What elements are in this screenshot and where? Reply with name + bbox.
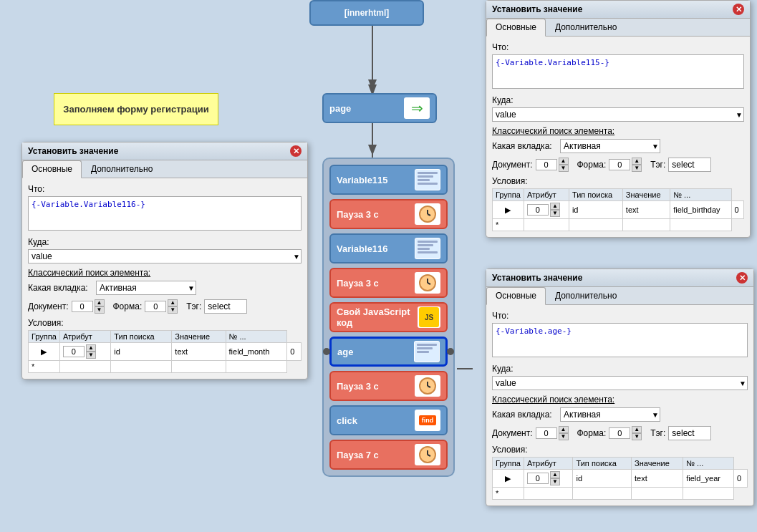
dialog2-form-spin[interactable]: ▲ ▼	[632, 158, 642, 172]
dialog3-where-select[interactable]: value	[492, 376, 748, 390]
dialog1-form-input[interactable]	[145, 301, 166, 312]
dialog1-tag-input[interactable]	[204, 299, 247, 314]
dialog2-tab-label: Какая вкладка:	[492, 141, 552, 151]
dialog3-group-spin[interactable]: ▲ ▼	[550, 471, 560, 485]
dialog3-doc-down[interactable]: ▼	[559, 433, 569, 440]
dialog3-tab-advanced[interactable]: Дополнительно	[546, 287, 626, 304]
dialog3-search-link[interactable]: Классический поиск элемента:	[492, 395, 748, 405]
dialog3-title: Установить значение	[492, 273, 582, 283]
note-text: Заполняем форму регистрации	[63, 104, 208, 115]
dialog3-tab-basic[interactable]: Основные	[486, 287, 546, 305]
dialog2-close-button[interactable]: ✕	[733, 4, 744, 15]
dialog3-doc-spin[interactable]: ▲ ▼	[559, 426, 569, 440]
dialog2-search-link[interactable]: Классический поиск элемента:	[492, 126, 744, 136]
variable116-node[interactable]: Variable116	[329, 233, 448, 263]
dialog3-close-button[interactable]: ✕	[736, 272, 748, 284]
dialog3-add-row[interactable]: *	[493, 488, 524, 500]
dialog2-group-up[interactable]: ▲	[550, 203, 560, 210]
dialog1-group-up[interactable]: ▲	[86, 344, 96, 352]
group-container: Variable115 Пауза 3 с	[322, 158, 455, 477]
dialog1-where-select[interactable]: value	[28, 249, 302, 263]
dialog2-group-spin[interactable]: ▲ ▼	[550, 203, 560, 217]
dialog2-form-down[interactable]: ▼	[632, 165, 642, 172]
variable116-thumb	[415, 238, 440, 259]
dialog3-col-num: № ...	[683, 458, 734, 470]
dialog1-doc-up[interactable]: ▲	[95, 299, 105, 306]
dialog3-form-up[interactable]: ▲	[632, 426, 642, 433]
dialog3-tag-input[interactable]	[668, 426, 711, 440]
dialog1-doc-down[interactable]: ▼	[95, 306, 105, 314]
dialog1-doc-spin[interactable]: ▲ ▼	[95, 299, 105, 314]
dialog3-tab-select[interactable]: Активная	[560, 407, 660, 422]
dialog3-group-up[interactable]: ▲	[550, 471, 560, 478]
dialog1-doc-input[interactable]	[72, 301, 93, 312]
dialog2-tab-basic[interactable]: Основные	[486, 19, 546, 37]
innerhtml-node[interactable]: [innerhtml]	[309, 0, 424, 26]
dialog2-tab-row: Какая вкладка: Активная ▼	[492, 139, 744, 153]
dialog1-form-down[interactable]: ▼	[168, 306, 178, 314]
dialog3-group-input[interactable]	[527, 473, 549, 484]
pause1-node[interactable]: Пауза 3 с	[329, 199, 448, 229]
dialog2-titlebar: Установить значение ✕	[486, 1, 750, 19]
dialog2-doc-down[interactable]: ▼	[559, 165, 569, 172]
dialog3-what-input[interactable]: {-Variable.age-}	[492, 323, 748, 357]
table-row: ▶ ▲ ▼ id text field_birthday 0	[493, 201, 744, 219]
dialog1-group-spin[interactable]: ▲ ▼	[86, 344, 96, 359]
dialog2-doc-row: Документ: ▲ ▼ Форма: ▲ ▼ Тэг:	[492, 158, 744, 172]
dialog1-add-row[interactable]: *	[29, 361, 60, 373]
dialog3-doc-input[interactable]	[536, 427, 557, 439]
dialog3-row-expand[interactable]: ▶	[493, 470, 524, 488]
dialog2-where-select[interactable]: value	[492, 107, 744, 122]
dialog1-row-expand[interactable]: ▶	[29, 343, 60, 361]
dialog1-search-link[interactable]: Классический поиск элемента:	[28, 268, 302, 278]
pause2-label: Пауза 3 с	[337, 278, 379, 289]
pause3-node[interactable]: Пауза 3 с	[329, 371, 448, 401]
dialog1-group-input[interactable]	[63, 346, 85, 357]
dialog2-tab-select[interactable]: Активная	[560, 139, 660, 153]
age-node[interactable]: age	[329, 337, 448, 367]
dialog1-what-input[interactable]: {-Variable.Variable116-}	[28, 196, 302, 231]
dialog3-row-attr: id	[573, 470, 632, 488]
dialog3-group-down[interactable]: ▼	[550, 478, 560, 485]
pause2-node[interactable]: Пауза 3 с	[329, 268, 448, 298]
dialog1-form-label: Форма:	[113, 301, 143, 311]
dialog2-doc-input[interactable]	[536, 159, 557, 170]
dialog2-group-input[interactable]	[527, 204, 549, 216]
jscode-node[interactable]: Свой JavaScript код JS	[329, 302, 448, 332]
dialog2-tag-input[interactable]	[668, 158, 711, 172]
dialog2-doc-spin[interactable]: ▲ ▼	[559, 158, 569, 172]
dialog3-doc-up[interactable]: ▲	[559, 426, 569, 433]
dialog3-form-down[interactable]: ▼	[632, 433, 642, 440]
click-node[interactable]: click find	[329, 405, 448, 435]
dialog1-tab-advanced[interactable]: Дополнительно	[82, 160, 162, 178]
dialog1-row-attr: id	[111, 343, 172, 361]
dialog1-group-down[interactable]: ▼	[86, 352, 96, 359]
pause4-icon	[415, 444, 440, 465]
dialog1-form-up[interactable]: ▲	[168, 299, 178, 306]
dialog2-form-input[interactable]	[609, 159, 630, 170]
dialog1-form-spin[interactable]: ▲ ▼	[168, 299, 178, 314]
dialog2-row-num: 0	[731, 201, 743, 219]
page-node[interactable]: page ⇒	[322, 93, 437, 123]
dialog2-tab-advanced[interactable]: Дополнительно	[546, 19, 626, 36]
dialog3-form-input[interactable]	[609, 427, 630, 439]
dialog2-conditions-label: Условия:	[492, 176, 744, 186]
dialog1-close-button[interactable]: ✕	[290, 145, 302, 157]
dialog1-tab-select[interactable]: Активная	[96, 281, 196, 295]
dialog1-tab-basic[interactable]: Основные	[22, 160, 82, 178]
dialog2-row-expand[interactable]: ▶	[493, 201, 524, 219]
pause4-node[interactable]: Пауза 7 с	[329, 440, 448, 470]
variable115-node[interactable]: Variable115	[329, 165, 448, 195]
dialog2-group-down[interactable]: ▼	[550, 210, 560, 217]
dialog3-form-spin[interactable]: ▲ ▼	[632, 426, 642, 440]
dialog1: Установить значение ✕ Основные Дополните…	[21, 142, 308, 379]
dialog2-doc-up[interactable]: ▲	[559, 158, 569, 165]
dialog1-row-group: ▲ ▼	[59, 343, 110, 361]
dialog3-row-value: field_year	[683, 470, 734, 488]
dialog2-add-row[interactable]: *	[493, 219, 524, 231]
dialog2-row-group: ▲ ▼	[524, 201, 569, 219]
dialog1-col-type: Тип поиска	[111, 331, 172, 343]
dialog2-form-up[interactable]: ▲	[632, 158, 642, 165]
dialog2-what-input[interactable]: {-Variable.Variable115-}	[492, 54, 744, 89]
dialog1-body: Что: {-Variable.Variable116-} Куда: valu…	[22, 178, 307, 379]
